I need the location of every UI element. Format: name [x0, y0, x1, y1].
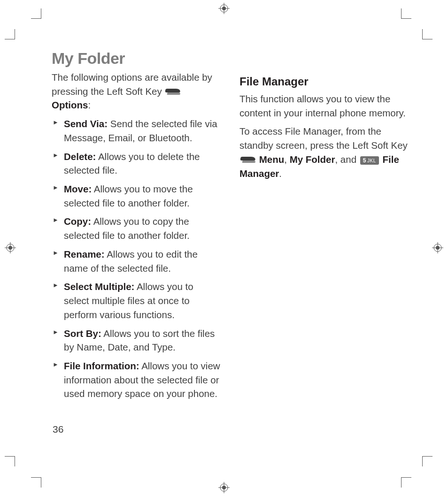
right-column: File Manager This function allows you to… [239, 70, 409, 405]
list-item: Move: Allows you to move the selected fi… [52, 182, 221, 210]
p2-end: . [279, 168, 282, 179]
section-heading-file-manager: File Manager [239, 75, 409, 88]
option-label: Copy: [64, 216, 91, 227]
registration-mark-right [432, 242, 443, 253]
svg-point-8 [7, 244, 14, 252]
page-number: 36 [53, 424, 63, 435]
option-label: Select Multiple: [64, 281, 134, 292]
option-label: Sort By: [64, 328, 101, 339]
option-label: Move: [64, 183, 92, 194]
intro-key-label: Options [52, 99, 88, 110]
file-manager-access: To access File Manager, from the standby… [239, 124, 409, 180]
svg-point-0 [220, 5, 228, 12]
file-manager-description: This function allows you to view the con… [239, 92, 409, 120]
crop-mark [422, 456, 433, 466]
left-soft-key-icon [165, 89, 180, 95]
crop-mark [5, 456, 15, 466]
svg-point-4 [220, 484, 228, 491]
p2-menu: Menu [259, 154, 285, 165]
list-item: Send Via: Send the selected file via Mes… [52, 117, 221, 145]
registration-mark-left [5, 242, 16, 253]
list-item: Copy: Allows you to copy the selected fi… [52, 214, 221, 242]
key-5-icon: 5JKL [360, 156, 379, 165]
svg-point-5 [222, 486, 226, 489]
intro-text-post: : [88, 99, 91, 110]
registration-mark-bottom [218, 482, 230, 493]
left-soft-key-icon [240, 157, 255, 163]
list-item: Select Multiple: Allows you to select mu… [52, 280, 221, 321]
intro-text-pre: The following options are available by p… [52, 72, 212, 97]
p2-pre: To access File Manager, from the standby… [239, 126, 408, 151]
list-item: Delete: Allows you to delete the selecte… [52, 150, 221, 177]
option-label: Send Via: [64, 118, 108, 129]
crop-mark [31, 477, 41, 488]
list-item: Sort By: Allows you to sort the files by… [52, 327, 221, 354]
p2-mid: , [284, 154, 289, 165]
option-label: File Information: [64, 360, 139, 371]
options-list: Send Via: Send the selected file via Mes… [52, 117, 221, 401]
page-title: My Folder [52, 49, 409, 68]
p2-myfolder: My Folder [290, 154, 335, 165]
svg-point-12 [434, 244, 441, 252]
crop-mark [422, 29, 433, 39]
svg-point-1 [222, 7, 226, 10]
list-item: File Information: Allows you to view inf… [52, 359, 221, 401]
crop-mark [5, 29, 15, 39]
crop-mark [31, 8, 41, 19]
left-column: The following options are available by p… [52, 70, 221, 405]
p2-and: , and [335, 154, 359, 165]
crop-mark [401, 8, 411, 19]
svg-point-13 [436, 246, 440, 250]
list-item: Rename: Allows you to edit the name of t… [52, 247, 221, 275]
option-label: Rename: [64, 249, 105, 259]
page-content: My Folder The following options are avai… [52, 49, 409, 405]
two-column-layout: The following options are available by p… [52, 70, 409, 405]
option-label: Delete: [64, 151, 96, 162]
svg-point-9 [8, 246, 12, 250]
intro-paragraph: The following options are available by p… [52, 70, 221, 112]
registration-mark-top [218, 3, 230, 14]
crop-mark [401, 477, 411, 488]
